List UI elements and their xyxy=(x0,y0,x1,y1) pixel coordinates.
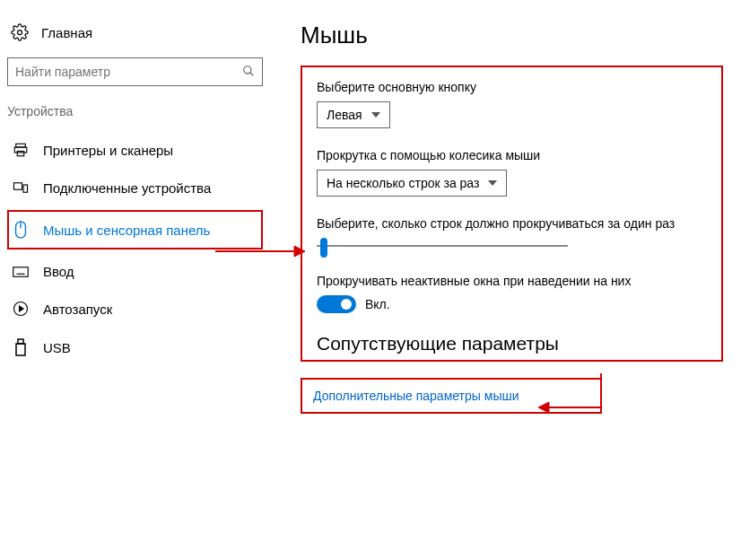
additional-mouse-options-link[interactable]: Дополнительные параметры мыши xyxy=(313,389,519,403)
usb-icon xyxy=(13,338,29,356)
svg-rect-10 xyxy=(13,267,29,276)
search-input[interactable] xyxy=(15,65,242,79)
svg-line-2 xyxy=(250,72,254,75)
primary-button-dropdown[interactable]: Левая xyxy=(317,101,390,128)
dropdown-value: Левая xyxy=(327,108,362,122)
inactive-scroll-label: Прокручивать неактивные окна при наведен… xyxy=(317,274,707,288)
svg-point-1 xyxy=(244,66,251,73)
gear-icon xyxy=(11,23,29,41)
annotation-arrow-2 xyxy=(538,373,610,418)
sidebar-item-printers[interactable]: Принтеры и сканеры xyxy=(7,131,263,169)
sidebar-item-label: Мышь и сенсорная панель xyxy=(43,223,210,238)
slider-thumb[interactable] xyxy=(320,238,327,258)
inactive-scroll-toggle[interactable] xyxy=(317,295,356,313)
sidebar-item-usb[interactable]: USB xyxy=(7,328,263,367)
dropdown-value: На несколько строк за раз xyxy=(327,176,479,190)
slider-track xyxy=(317,245,568,247)
lines-label: Выберите, сколько строк должно прокручив… xyxy=(317,216,707,231)
devices-icon xyxy=(13,179,29,196)
keyboard-icon xyxy=(13,266,29,278)
svg-rect-7 xyxy=(23,185,28,192)
toggle-state-label: Вкл. xyxy=(365,297,390,311)
sidebar-item-connected-devices[interactable]: Подключенные устройства xyxy=(7,169,263,206)
annotation-arrow-1 xyxy=(215,242,305,260)
search-icon xyxy=(242,65,255,80)
scroll-dropdown[interactable]: На несколько строк за раз xyxy=(317,170,507,197)
svg-marker-22 xyxy=(538,402,549,413)
chevron-down-icon xyxy=(371,112,380,118)
svg-rect-5 xyxy=(17,152,24,156)
autoplay-icon xyxy=(13,301,29,317)
mouse-icon xyxy=(13,221,29,239)
section-label: Устройства xyxy=(7,104,263,118)
settings-highlight-box: Выберите основную кнопку Левая Прокрутка… xyxy=(301,66,723,362)
svg-point-0 xyxy=(18,31,22,35)
search-box[interactable] xyxy=(7,57,263,86)
svg-rect-19 xyxy=(16,344,25,355)
svg-marker-17 xyxy=(20,306,24,311)
printer-icon xyxy=(13,142,29,158)
svg-rect-6 xyxy=(14,183,22,190)
scroll-label: Прокрутка с помощью колесика мыши xyxy=(317,148,707,162)
svg-rect-4 xyxy=(14,147,27,153)
related-settings-title: Сопутствующие параметры xyxy=(317,333,707,354)
home-nav[interactable]: Главная xyxy=(7,18,263,57)
home-label: Главная xyxy=(41,25,92,40)
sidebar-item-label: Автозапуск xyxy=(43,302,112,317)
page-title: Мышь xyxy=(301,22,723,49)
svg-marker-21 xyxy=(294,246,305,257)
sidebar-item-label: Принтеры и сканеры xyxy=(43,143,173,158)
chevron-down-icon xyxy=(488,180,497,186)
sidebar-item-label: Ввод xyxy=(43,264,74,279)
lines-slider[interactable] xyxy=(317,238,568,254)
sidebar-item-label: Подключенные устройства xyxy=(43,180,211,196)
primary-button-label: Выберите основную кнопку xyxy=(317,80,707,94)
toggle-knob xyxy=(341,299,352,310)
sidebar-item-label: USB xyxy=(43,340,71,355)
sidebar-item-autoplay[interactable]: Автозапуск xyxy=(7,290,263,328)
